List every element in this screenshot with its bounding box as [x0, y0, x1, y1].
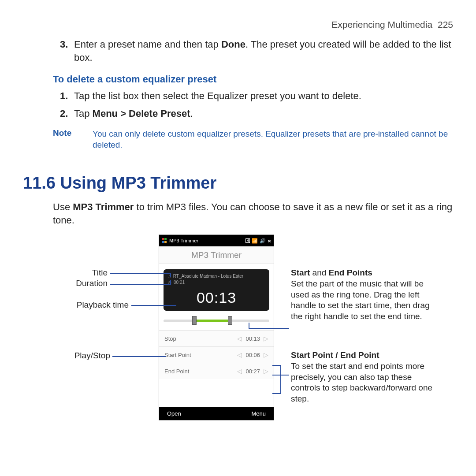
leader-line	[272, 365, 281, 366]
status-h-icon: H	[245, 238, 250, 243]
app-title: MP3 Trimmer	[169, 238, 198, 243]
chevron-left-icon[interactable]: ◁	[237, 368, 242, 375]
leader-line	[131, 305, 176, 306]
callout-start-end-points: Start and End Points Set the part of the…	[291, 268, 436, 322]
leader-line	[110, 273, 170, 274]
delete-step-1: 1.Tap the list box then select the Equal…	[74, 89, 453, 103]
start-point-value: 00:06	[245, 352, 260, 358]
leader-line	[280, 365, 281, 394]
note-label: Note	[53, 128, 93, 151]
softkey-open[interactable]: Open	[167, 410, 181, 417]
callout-duration: Duration	[59, 279, 108, 288]
end-point-label: End Point	[164, 368, 189, 375]
leader-line	[249, 328, 289, 329]
track-duration: 00:21	[174, 280, 185, 285]
chevron-right-icon[interactable]: ▷	[264, 368, 268, 375]
end-point-row: End Point ◁ 00:27 ▷	[159, 363, 274, 379]
softkey-menu[interactable]: Menu	[251, 410, 266, 417]
intro-paragraph: Use MP3 Trimmer to trim MP3 files. You c…	[53, 201, 453, 227]
track-title: RT_Absolute Madman - Lotus Eater	[173, 274, 243, 279]
screen-title: MP3 Trimmer	[159, 246, 274, 264]
callout-play-stop: Play/Stop	[53, 351, 110, 361]
play-time-value: 00:13	[245, 335, 260, 342]
close-icon[interactable]: ×	[268, 238, 271, 244]
leader-line	[170, 280, 171, 285]
section-heading: 11.6 Using MP3 Trimmer	[23, 174, 453, 193]
leader-line	[170, 273, 171, 277]
chapter-title: Experiencing Multimedia	[331, 19, 432, 30]
note-block: Note You can only delete custom equalize…	[53, 128, 453, 151]
callout-playback-time: Playback time	[53, 300, 129, 310]
running-header: Experiencing Multimedia 225	[53, 19, 453, 30]
leader-line	[110, 284, 170, 285]
figure-mp3-trimmer: MP3 Trimmer H 📶 🔊 × MP3 Trimmer ♫RT_Abso…	[53, 234, 453, 437]
start-point-label: Start Point	[164, 352, 191, 358]
chevron-right-icon[interactable]: ▷	[264, 335, 268, 342]
leader-line	[112, 356, 166, 357]
volume-icon: 🔊	[260, 238, 266, 244]
track-panel: ♫RT_Absolute Madman - Lotus Eater ◷00:21…	[164, 269, 269, 311]
trim-slider[interactable]	[164, 314, 269, 327]
phone-screenshot: MP3 Trimmer H 📶 🔊 × MP3 Trimmer ♫RT_Abso…	[159, 234, 274, 420]
signal-icon: 📶	[252, 238, 258, 244]
phone-statusbar: MP3 Trimmer H 📶 🔊 ×	[159, 235, 274, 246]
start-point-row: Start Point ◁ 00:06 ▷	[159, 346, 274, 363]
leader-line	[272, 393, 281, 394]
note-text: You can only delete custom equalizer pre…	[93, 128, 453, 151]
end-point-value: 00:27	[245, 368, 260, 375]
start-handle[interactable]	[192, 316, 197, 325]
play-stop-row: Stop ◁ 00:13 ▷	[159, 330, 274, 346]
step-3: 3.Enter a preset name and then tap Done.…	[74, 38, 453, 64]
chevron-left-icon[interactable]: ◁	[237, 351, 242, 358]
callout-point-steppers: Start Point / End Point To set the start…	[291, 350, 436, 404]
chevron-right-icon[interactable]: ▷	[264, 351, 268, 358]
end-handle[interactable]	[228, 316, 232, 325]
leader-line	[249, 323, 249, 329]
play-stop-button[interactable]: Stop	[164, 335, 176, 342]
page-number: 225	[438, 19, 453, 30]
playback-time: 00:13	[168, 289, 265, 306]
chevron-left-icon[interactable]: ◁	[237, 335, 242, 342]
delete-preset-heading: To delete a custom equalizer preset	[53, 74, 453, 85]
callout-title: Title	[59, 268, 108, 278]
phone-softkey-bar: Open Menu	[159, 407, 274, 420]
delete-step-2: 2.Tap Menu > Delete Preset.	[74, 107, 453, 120]
windows-start-icon[interactable]	[162, 238, 167, 243]
